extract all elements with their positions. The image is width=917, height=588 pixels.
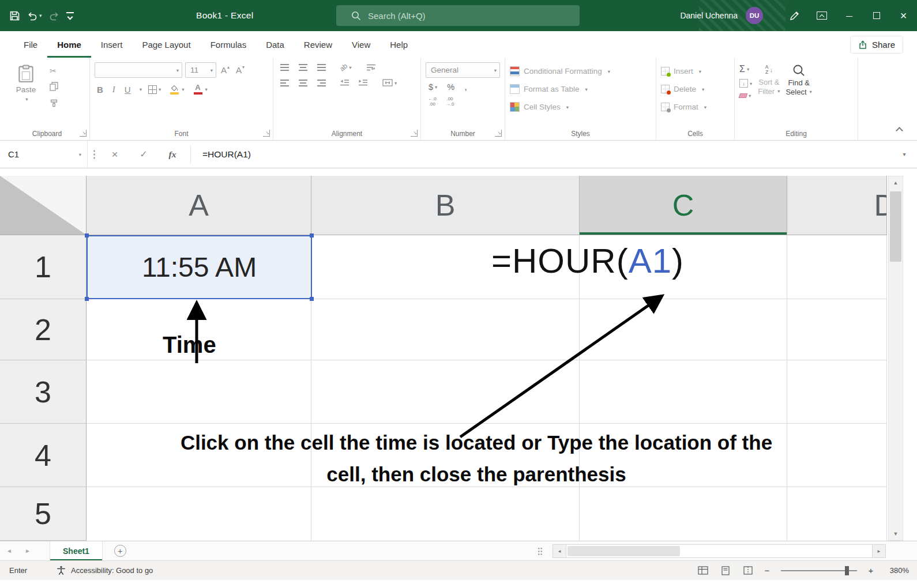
cell-styles-button[interactable]: Cell Styles ▾ xyxy=(510,98,651,116)
tab-formulas[interactable]: Formulas xyxy=(201,31,257,58)
insert-cells-button[interactable]: Insert ▾ xyxy=(661,62,730,80)
formula-input[interactable]: =HOUR(A1) xyxy=(194,141,892,168)
next-sheet-button[interactable]: ► xyxy=(18,548,37,554)
borders-button[interactable]: ▾ xyxy=(146,84,163,95)
undo-button[interactable]: ▾ xyxy=(27,11,42,21)
fill-button[interactable]: ↓▾ xyxy=(739,79,752,88)
bottom-align-button[interactable] xyxy=(315,63,328,72)
search-input[interactable] xyxy=(368,11,541,21)
zoom-level[interactable]: 380% xyxy=(882,566,909,575)
feedback-pen-button[interactable] xyxy=(780,0,808,31)
grow-font-button[interactable]: A▴ xyxy=(219,65,231,75)
scroll-right-button[interactable]: ► xyxy=(872,544,886,558)
merge-center-button[interactable]: ▾ xyxy=(381,78,399,88)
row-header-5[interactable]: 5 xyxy=(0,487,87,541)
zoom-slider[interactable] xyxy=(781,570,857,571)
italic-button[interactable]: I xyxy=(110,85,118,95)
row-header-1[interactable]: 1 xyxy=(0,235,87,299)
close-button[interactable]: × xyxy=(890,0,917,31)
formula-bar-resizer[interactable] xyxy=(88,141,100,168)
cell-a1[interactable]: 11:55 AM xyxy=(87,235,312,299)
clear-button[interactable]: ▾ xyxy=(739,93,752,99)
horizontal-scrollbar-thumb[interactable] xyxy=(568,546,680,556)
font-dialog-launcher[interactable]: ↘ xyxy=(263,130,270,137)
name-box[interactable]: C1 ▾ xyxy=(0,141,88,168)
tab-file[interactable]: File xyxy=(14,31,47,58)
cell-c1-formula[interactable]: =HOUR(A1) xyxy=(491,241,684,281)
number-format-combo[interactable]: General ▾ xyxy=(426,62,500,78)
row-header-3[interactable]: 3 xyxy=(0,360,87,424)
accounting-format-button[interactable]: $▾ xyxy=(426,82,440,92)
conditional-formatting-button[interactable]: Conditional Formatting ▾ xyxy=(510,62,651,80)
accessibility-checker[interactable]: Accessibility: Good to go xyxy=(57,566,153,575)
scroll-left-button[interactable]: ◄ xyxy=(553,544,566,558)
new-sheet-button[interactable]: + xyxy=(114,545,126,557)
autosum-button[interactable]: Σ▾ xyxy=(739,65,752,74)
sheet-tab-sheet1[interactable]: Sheet1 xyxy=(50,541,103,560)
format-cells-button[interactable]: Format ▾ xyxy=(661,98,730,116)
number-dialog-launcher[interactable]: ↘ xyxy=(495,130,502,137)
previous-sheet-button[interactable]: ◄ xyxy=(0,548,18,554)
collapse-ribbon-button[interactable] xyxy=(896,127,903,134)
column-header-d[interactable]: D xyxy=(787,176,887,235)
vertical-scrollbar[interactable]: ▲ ▼ xyxy=(888,176,903,541)
share-button[interactable]: Share xyxy=(850,36,903,54)
tab-insert[interactable]: Insert xyxy=(91,31,133,58)
ribbon-display-options-button[interactable] xyxy=(808,0,836,31)
tab-help[interactable]: Help xyxy=(380,31,418,58)
top-align-button[interactable] xyxy=(278,63,291,72)
zoom-slider-thumb[interactable] xyxy=(845,566,849,575)
increase-decimal-button[interactable]: ←.0.00 xyxy=(426,96,439,107)
selection-handle[interactable] xyxy=(85,233,89,238)
vertical-scrollbar-thumb[interactable] xyxy=(890,191,901,262)
cut-button[interactable]: ✂ xyxy=(50,66,57,76)
underline-button[interactable]: U xyxy=(122,85,133,95)
fill-color-button[interactable]: ▾ xyxy=(167,84,186,96)
wrap-text-button[interactable] xyxy=(364,62,378,73)
column-header-b[interactable]: B xyxy=(311,176,580,235)
search-bar[interactable] xyxy=(336,5,580,26)
page-layout-view-button[interactable] xyxy=(718,564,733,578)
middle-align-button[interactable] xyxy=(296,63,310,72)
clipboard-dialog-launcher[interactable]: ↘ xyxy=(80,130,87,137)
row-header-2[interactable]: 2 xyxy=(0,299,87,360)
zoom-in-button[interactable]: + xyxy=(867,566,875,575)
scroll-up-button[interactable]: ▲ xyxy=(889,176,903,189)
find-select-button[interactable]: Find & Select▾ xyxy=(786,62,811,99)
selection-handle[interactable] xyxy=(310,233,314,238)
font-size-combo[interactable]: 11 ▾ xyxy=(185,62,216,78)
delete-cells-button[interactable]: Delete ▾ xyxy=(661,80,730,98)
redo-button[interactable] xyxy=(49,11,59,21)
insert-function-button[interactable]: fx xyxy=(158,141,187,168)
select-all-corner[interactable] xyxy=(0,176,87,235)
orientation-button[interactable]: ab▾ xyxy=(338,62,354,73)
tab-data[interactable]: Data xyxy=(256,31,294,58)
align-left-button[interactable] xyxy=(278,78,291,88)
percent-style-button[interactable]: % xyxy=(444,82,457,92)
cancel-entry-button[interactable]: × xyxy=(100,141,129,168)
font-color-button[interactable]: A ▾ xyxy=(191,83,209,96)
row-header-4[interactable]: 4 xyxy=(0,424,87,487)
page-break-preview-button[interactable] xyxy=(741,564,756,578)
expand-formula-bar-button[interactable]: ▾ xyxy=(892,141,917,168)
tab-home[interactable]: Home xyxy=(47,31,91,58)
maximize-button[interactable] xyxy=(863,0,890,31)
avatar[interactable]: DU xyxy=(746,7,763,24)
customize-quick-access-button[interactable] xyxy=(66,12,74,19)
format-painter-button[interactable] xyxy=(50,99,58,110)
user-name[interactable]: Daniel Uchenna xyxy=(680,11,738,20)
tab-review[interactable]: Review xyxy=(294,31,342,58)
minimize-button[interactable]: ─ xyxy=(836,0,863,31)
horizontal-scrollbar[interactable]: ◄ ► xyxy=(553,544,886,558)
comma-style-button[interactable]: , xyxy=(461,81,470,93)
column-header-c[interactable]: C xyxy=(580,176,787,235)
copy-button[interactable] xyxy=(50,82,58,93)
selection-handle[interactable] xyxy=(85,297,89,301)
center-button[interactable] xyxy=(296,78,310,88)
zoom-out-button[interactable]: − xyxy=(763,566,771,575)
tab-view[interactable]: View xyxy=(342,31,380,58)
scroll-down-button[interactable]: ▼ xyxy=(889,527,903,540)
format-as-table-button[interactable]: Format as Table ▾ xyxy=(510,80,651,98)
shrink-font-button[interactable]: A▾ xyxy=(234,65,246,75)
sort-filter-button[interactable]: AZ ↓ Sort & Filter▾ xyxy=(758,62,780,99)
